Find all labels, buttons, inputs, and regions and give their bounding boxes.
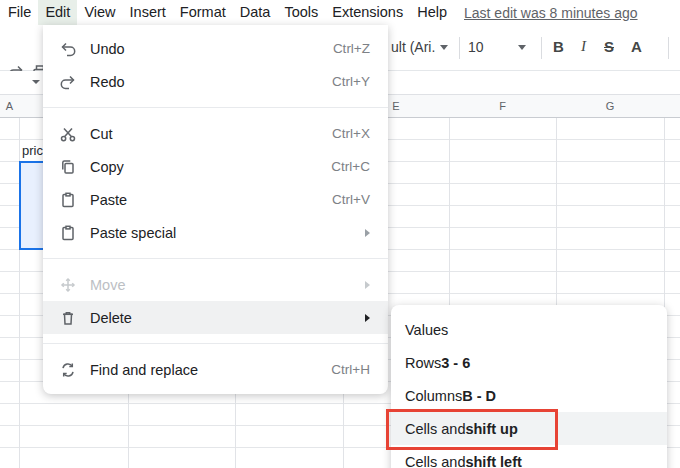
strikethrough-button[interactable]: S [604, 38, 614, 55]
menu-item-copy[interactable]: Copy Ctrl+C [43, 150, 388, 183]
menu-format[interactable]: Format [173, 0, 233, 25]
name-box-caret-icon[interactable] [32, 80, 40, 84]
menu-item-undo[interactable]: Undo Ctrl+Z [43, 32, 388, 65]
menu-separator [43, 107, 388, 108]
submenu-item-values[interactable]: Values [391, 313, 667, 346]
column-header-f[interactable]: F [449, 95, 556, 118]
submenu-item-columns[interactable]: Columns B - D [391, 379, 667, 412]
column-header-a[interactable]: A [0, 95, 19, 118]
redo-icon [59, 73, 77, 91]
last-edit-link[interactable]: Last edit was 8 minutes ago [464, 5, 638, 21]
menu-item-redo[interactable]: Redo Ctrl+Y [43, 65, 388, 98]
font-size-caret-icon[interactable] [518, 45, 526, 50]
find-replace-icon [59, 361, 77, 379]
edit-dropdown-menu: Undo Ctrl+Z Redo Ctrl+Y Cut Ctrl+X Copy … [43, 25, 388, 394]
menu-tools[interactable]: Tools [277, 0, 325, 25]
menu-item-delete[interactable]: Delete [43, 301, 388, 334]
menu-file[interactable]: File [1, 0, 38, 25]
text-color-button[interactable]: A [631, 38, 642, 55]
submenu-arrow-icon [365, 314, 370, 322]
menu-item-paste-special[interactable]: Paste special [43, 216, 388, 249]
menu-separator [43, 258, 388, 259]
italic-button[interactable]: I [581, 38, 586, 55]
font-family-select[interactable]: ult (Ari... [391, 39, 435, 55]
red-annotation-box [386, 409, 558, 450]
cut-icon [59, 125, 77, 143]
menu-item-move: Move [43, 268, 388, 301]
trash-icon [59, 309, 77, 327]
move-icon [59, 276, 77, 294]
menu-view[interactable]: View [77, 0, 122, 25]
font-family-caret-icon[interactable] [440, 45, 448, 50]
paste-icon [59, 191, 77, 209]
menu-item-find-and-replace[interactable]: Find and replace Ctrl+H [43, 353, 388, 386]
toolbar-separator [541, 37, 542, 59]
copy-icon [59, 158, 77, 176]
toolbar-separator [459, 37, 460, 59]
paste-special-icon [59, 224, 77, 242]
menu-data[interactable]: Data [233, 0, 278, 25]
font-size-select[interactable]: 10 [468, 39, 484, 55]
column-header-g[interactable]: G [556, 95, 664, 118]
menu-help[interactable]: Help [410, 0, 454, 25]
google-sheets-app: File Edit View Insert Format Data Tools … [0, 0, 680, 468]
submenu-arrow-icon [365, 229, 370, 237]
menu-bar: File Edit View Insert Format Data Tools … [0, 0, 680, 25]
toolbar-separator [668, 37, 669, 59]
menu-item-cut[interactable]: Cut Ctrl+X [43, 117, 388, 150]
menu-extensions[interactable]: Extensions [325, 0, 410, 25]
submenu-arrow-icon [365, 281, 370, 289]
menu-edit[interactable]: Edit [38, 0, 77, 25]
bold-button[interactable]: B [553, 38, 564, 55]
undo-icon [59, 40, 77, 58]
submenu-item-rows[interactable]: Rows 3 - 6 [391, 346, 667, 379]
grid-line [19, 95, 20, 468]
cell-text-price[interactable]: pric [22, 143, 43, 158]
menu-item-paste[interactable]: Paste Ctrl+V [43, 183, 388, 216]
menu-separator [43, 343, 388, 344]
menu-insert[interactable]: Insert [123, 0, 173, 25]
